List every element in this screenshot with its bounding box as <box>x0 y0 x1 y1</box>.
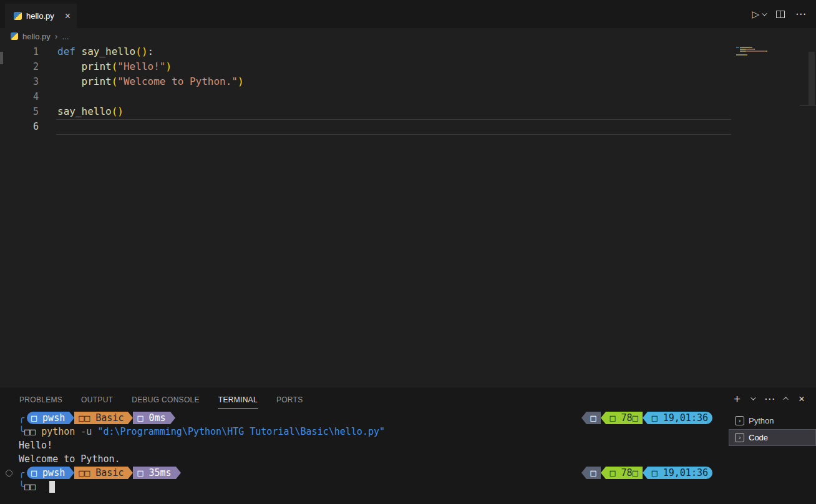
code-token: ) <box>238 75 244 87</box>
prompt-connector: ╭ <box>19 467 24 478</box>
code-token <box>57 75 82 87</box>
code-token: ( <box>135 46 142 57</box>
minimap-line <box>736 51 807 52</box>
line-code: print("Welcome to Python.") <box>57 74 244 89</box>
editor-line[interactable]: 3 print("Welcome to Python.") <box>0 74 816 89</box>
prompt-segment: □ 0ms <box>133 412 170 424</box>
close-panel-icon[interactable]: × <box>799 394 805 404</box>
terminal-cursor <box>49 481 55 493</box>
minimap-line <box>736 52 807 54</box>
prompt-segment: □ <box>586 412 601 424</box>
terminal-line: Hello! <box>19 439 729 452</box>
prompt-segment: □ 78□ <box>606 412 643 424</box>
panel-more-actions-icon[interactable]: ⋯ <box>764 394 775 404</box>
minimap-line <box>736 47 807 48</box>
panel-tab-terminal[interactable]: TERMINAL <box>218 389 258 409</box>
tab-title: hello.py <box>26 11 54 21</box>
terminal-dropdown-icon[interactable] <box>750 395 755 400</box>
terminal-tab-python[interactable]: ›Python <box>729 412 816 429</box>
powerline-arrow-icon <box>69 412 74 424</box>
editor-actions: ▷ ⋯ <box>752 9 816 19</box>
terminal-output: Hello! <box>19 440 52 451</box>
breadcrumb-symbol[interactable]: ... <box>62 32 69 41</box>
powerline-arrow-icon <box>176 467 181 479</box>
terminal-lines: ╭□ pwsh□□ Basic□ 0ms□□ 78□□ 19,01:36╰□□ … <box>19 411 729 493</box>
prompt-segment: □ <box>586 467 601 479</box>
panel-actions: + ⋯ × <box>734 393 805 405</box>
minimap-marks <box>736 47 807 57</box>
prompt-glyphs: □□ <box>24 481 41 492</box>
terminal-icon: › <box>735 433 744 442</box>
editor-line[interactable]: 2 print("Hello!") <box>0 59 816 74</box>
terminal-tab-code[interactable]: ›Code <box>729 429 816 446</box>
maximize-panel-icon[interactable] <box>783 397 788 402</box>
command-token <box>92 426 97 437</box>
code-token: def <box>57 46 75 57</box>
code-token: print <box>82 75 112 87</box>
terminal-line: ╰□□ <box>19 480 729 493</box>
python-file-icon <box>14 12 22 20</box>
tab-hello-py[interactable]: hello.py × <box>5 4 77 28</box>
powerline-arrow-icon <box>128 467 133 479</box>
panel-tab-output[interactable]: OUTPUT <box>80 389 114 409</box>
editor-line[interactable]: 5say_hello() <box>0 104 816 119</box>
overview-ruler-mark <box>800 105 816 105</box>
prompt-connector: ╭ <box>19 412 24 424</box>
powerline-arrow-icon <box>69 467 74 479</box>
split-editor-icon[interactable] <box>775 9 785 19</box>
powerline-arrow-icon <box>581 467 586 479</box>
powerline-arrow-icon <box>128 412 133 424</box>
powerline-arrow-icon <box>581 412 586 424</box>
minimap[interactable] <box>734 44 807 387</box>
run-button[interactable]: ▷ <box>752 9 765 19</box>
vscode-window: hello.py × ▷ ⋯ hello.py › ... 1def say_h… <box>0 0 816 504</box>
play-icon: ▷ <box>752 9 759 19</box>
code-token: ) <box>142 46 148 57</box>
command-token <box>75 426 80 437</box>
code-token: say_hello <box>82 46 136 57</box>
powerline-arrow-icon <box>170 412 175 424</box>
panel-header: PROBLEMSOUTPUTDEBUG CONSOLETERMINALPORTS… <box>0 387 816 410</box>
powerline-arrow-icon <box>643 467 648 479</box>
editor-tab-bar: hello.py × ▷ ⋯ <box>0 0 816 28</box>
powerline-arrow-icon <box>643 412 648 424</box>
panel-tab-problems[interactable]: PROBLEMS <box>19 389 63 409</box>
command-decoration-icon[interactable] <box>6 470 12 477</box>
editor[interactable]: 1def say_hello():2 print("Hello!")3 prin… <box>0 44 816 387</box>
panel-tab-debug-console[interactable]: DEBUG CONSOLE <box>131 389 200 409</box>
activity-bar-edge <box>0 52 3 64</box>
chevron-down-icon[interactable] <box>762 11 767 16</box>
code-token: ( <box>112 61 118 72</box>
panel-body: ╭□ pwsh□□ Basic□ 0ms□□ 78□□ 19,01:36╰□□ … <box>0 410 816 504</box>
editor-line[interactable]: 4 <box>0 89 816 104</box>
code-token: ( <box>112 105 118 117</box>
terminal-line: ╭□ pwsh□□ Basic□ 35ms□□ 78□□ 19,01:36 <box>19 466 729 480</box>
prompt-segment: □□ Basic <box>74 412 128 424</box>
command-token: "d:\Programming\Python\HTG Tutorial\Basi… <box>97 426 385 437</box>
more-actions-icon[interactable]: ⋯ <box>795 9 806 19</box>
prompt-segment: □ pwsh <box>27 467 69 479</box>
tab-close-icon[interactable]: × <box>65 11 70 21</box>
scrollbar-slider[interactable] <box>809 52 815 105</box>
panel-tabs: PROBLEMSOUTPUTDEBUG CONSOLETERMINALPORTS <box>19 387 304 410</box>
code-token: : <box>148 46 154 57</box>
new-terminal-icon[interactable]: + <box>734 393 741 405</box>
line-number: 1 <box>0 44 39 59</box>
code-token: "Hello!" <box>117 61 165 72</box>
terminal[interactable]: ╭□ pwsh□□ Basic□ 0ms□□ 78□□ 19,01:36╰□□ … <box>0 410 729 504</box>
breadcrumb-file[interactable]: hello.py <box>22 32 51 41</box>
line-code: say_hello() <box>57 104 124 119</box>
code-token: ) <box>117 105 124 117</box>
panel-tab-ports[interactable]: PORTS <box>276 389 304 409</box>
prompt-glyphs: □□ <box>24 426 41 437</box>
line-number: 2 <box>0 59 39 74</box>
breadcrumb-separator-icon: › <box>55 31 58 41</box>
terminal-icon: › <box>735 416 744 425</box>
minimap-line <box>736 54 807 56</box>
editor-scrollbar[interactable] <box>807 44 816 387</box>
terminal-line: ╰□□ python -u "d:\Programming\Python\HTG… <box>19 425 729 439</box>
code-token: print <box>82 61 112 72</box>
code-token <box>57 61 82 72</box>
command-token: python <box>41 426 75 437</box>
editor-line[interactable]: 1def say_hello(): <box>0 44 816 59</box>
